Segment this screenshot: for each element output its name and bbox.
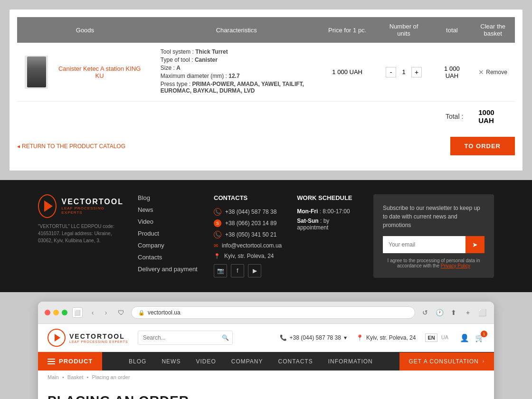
site-logo-icon (48, 329, 66, 347)
table-row: Canister Ketec A station KING KU Tool sy… (17, 43, 515, 102)
site-logo-text: VECTORTOOL LEAF PROCESSING EXPERTS (69, 332, 128, 343)
youtube-icon[interactable]: ▶ (248, 264, 261, 277)
footer-nav: Blog News Video Product Company Contacts… (138, 194, 200, 278)
newsletter-submit-button[interactable]: ➤ (466, 236, 484, 253)
remove-cell: ✕ Remove (471, 43, 515, 102)
cart-button[interactable]: 🛒 1 (475, 333, 484, 342)
qty-increase-button[interactable]: + (411, 67, 422, 77)
tabs-button[interactable]: ⬜ (477, 307, 487, 318)
page-title: PLACING AN ORDER (48, 393, 484, 399)
contact-location: 📍 Kyiv, str. Poleva, 24 (214, 253, 283, 259)
col-header-goods: Goods (17, 17, 153, 43)
footer-nav-blog[interactable]: Blog (138, 194, 200, 201)
product-characteristics: Tool system : Thick Turret Type of tool … (153, 43, 320, 102)
contact-phone2: 📞 +38 (050) 341 50 21 (214, 231, 283, 238)
site-logo: VECTORTOOL LEAF PROCESSING EXPERTS (48, 329, 128, 347)
browser-url-bar[interactable]: 🔒 vectortool.ua (131, 306, 415, 319)
newsletter-email-input[interactable] (383, 236, 466, 253)
nav-video[interactable]: VIDEO (188, 352, 223, 370)
footer-logo-section: VECTORTOOL LEAF PROCESSING EXPERTS "VEKT… (38, 194, 124, 278)
footer-nav-video[interactable]: Video (138, 218, 200, 225)
search-icon: 🔍 (222, 334, 229, 341)
total-label: Total : (446, 113, 463, 120)
breadcrumb-sep2: • (87, 374, 89, 380)
remove-button[interactable]: ✕ Remove (478, 68, 507, 76)
item-total: 1 000 UAH (433, 43, 471, 102)
breadcrumb-main[interactable]: Main (48, 374, 59, 380)
get-consultation-button[interactable]: GET A CONSULTATION › (399, 352, 494, 370)
browser-actions: ↺ 🕐 ⬆ + ⬜ (420, 307, 487, 318)
footer-brand-sub: LEAF PROCESSING EXPERTS (61, 206, 124, 215)
col-header-units: Number of units (375, 17, 433, 43)
newsletter-agree-text: I agree to the processing of personal da… (383, 258, 484, 268)
footer-schedule: WORK SCHEDULE Mon-Fri : 8:00-17:00 Sat-S… (297, 194, 359, 278)
back-to-catalog-link[interactable]: ◂ RETURN TO THE PRODUCT CATALOG (17, 143, 125, 150)
location-icon-sm: 📍 (356, 334, 363, 341)
nav-blog[interactable]: BLOG (121, 352, 154, 370)
url-text: vectortool.ua (148, 309, 180, 316)
breadcrumb-current: Placing an order (92, 374, 130, 380)
remove-x-icon: ✕ (478, 68, 484, 76)
nav-company[interactable]: COMPANY (224, 352, 271, 370)
product-cell: Canister Ketec A station KING KU (25, 56, 145, 89)
instagram-icon[interactable]: 📷 (214, 264, 227, 277)
minimize-dot[interactable] (53, 310, 59, 315)
site-nav: PRODUCT BLOG NEWS VIDEO COMPANY CONTACTS… (38, 352, 494, 370)
maximize-dot[interactable] (62, 310, 67, 315)
qty-value: 1 (400, 68, 408, 76)
browser-dots (45, 310, 67, 315)
footer-nav-company[interactable]: Company (138, 242, 200, 249)
nav-news[interactable]: NEWS (154, 352, 188, 370)
col-header-price: Price for 1 pc. (320, 17, 375, 43)
browser-forward-button[interactable]: › (101, 307, 111, 318)
total-value: 1000 UAH (478, 108, 494, 124)
to-order-button[interactable]: TO ORDER (450, 137, 515, 155)
lock-icon: 🔒 (138, 310, 145, 316)
search-input[interactable] (138, 331, 233, 345)
sidebar-toggle-button[interactable]: ⬜ (72, 307, 83, 318)
nav-information[interactable]: INFORMATION (321, 352, 380, 370)
footer-brand-name: VECTORTOOL (61, 198, 124, 206)
newsletter-form: ➤ (383, 236, 484, 253)
back-arrow-icon: ◂ (17, 143, 20, 150)
close-dot[interactable] (45, 310, 50, 315)
email-icon: ✉ (214, 243, 218, 249)
footer-nav-contacts[interactable]: Contacts (138, 254, 200, 261)
cart-table: Goods Characteristics Price for 1 pc. Nu… (17, 17, 515, 131)
schedule-mon-fri: Mon-Fri : 8:00-17:00 (297, 208, 359, 215)
footer-contacts: CONTACTS 📞 +38 (044) 587 78 38 S +38 (06… (214, 194, 283, 278)
nav-contacts[interactable]: CONTACTS (271, 352, 321, 370)
language-switcher: EN UA (425, 333, 450, 342)
site-search: 🔍 (138, 331, 233, 345)
account-button[interactable]: 👤 (460, 333, 469, 342)
contact-skype: S +38 (066) 203 14 89 (214, 219, 283, 227)
footer: VECTORTOOL LEAF PROCESSING EXPERTS "VEKT… (0, 180, 532, 292)
action-bar: ◂ RETURN TO THE PRODUCT CATALOG TO ORDER (17, 131, 515, 163)
reload-button[interactable]: ↺ (420, 307, 430, 318)
share-button[interactable]: ⬆ (448, 307, 459, 318)
new-tab-button[interactable]: + (463, 307, 473, 318)
site-location: 📍 Kyiv, str. Poleva, 24 (356, 334, 416, 341)
qty-decrease-button[interactable]: - (386, 67, 396, 77)
product-image (25, 56, 48, 89)
lang-ua-button[interactable]: UA (439, 333, 450, 342)
shield-icon: 🛡 (116, 307, 126, 318)
lang-en-button[interactable]: EN (425, 333, 437, 342)
breadcrumb-basket[interactable]: Basket (67, 374, 84, 380)
nav-product-button[interactable]: PRODUCT (38, 352, 102, 370)
footer-nav-delivery[interactable]: Delivery and payment (138, 266, 200, 273)
site-phone: 📞 +38 (044) 587 78 38 ▾ (280, 334, 347, 341)
footer-nav-news[interactable]: News (138, 206, 200, 213)
contacts-title: CONTACTS (214, 194, 283, 201)
privacy-policy-link[interactable]: Privacy Policy (441, 263, 470, 268)
product-name: Canister Ketec A station KING KU (54, 65, 145, 79)
col-header-clear: Clear the basket (471, 17, 515, 43)
consultation-arrow-icon: › (483, 359, 484, 364)
footer-nav-product[interactable]: Product (138, 230, 200, 237)
footer-logo-icon (38, 194, 57, 218)
browser-back-button[interactable]: ‹ (87, 307, 98, 318)
phone2-icon: 📞 (214, 231, 221, 238)
history-button[interactable]: 🕐 (434, 307, 445, 318)
facebook-icon[interactable]: f (231, 264, 244, 277)
browser-nav: ‹ › (87, 307, 111, 318)
